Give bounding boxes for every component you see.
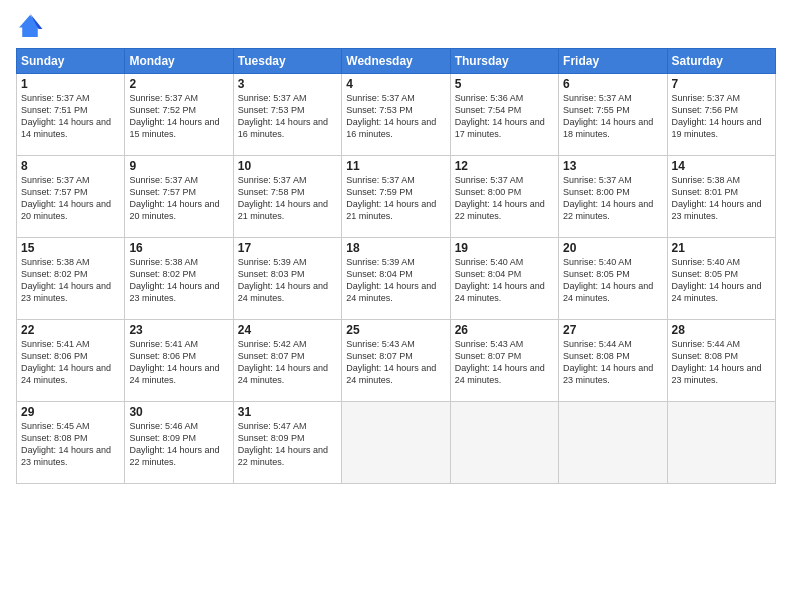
day-cell: 22 Sunrise: 5:41 AM Sunset: 8:06 PM Dayl… <box>17 320 125 402</box>
day-cell: 26 Sunrise: 5:43 AM Sunset: 8:07 PM Dayl… <box>450 320 558 402</box>
day-info: Sunrise: 5:37 AM Sunset: 8:00 PM Dayligh… <box>563 174 662 223</box>
day-number: 21 <box>672 241 771 255</box>
day-cell: 7 Sunrise: 5:37 AM Sunset: 7:56 PM Dayli… <box>667 74 775 156</box>
day-info: Sunrise: 5:41 AM Sunset: 8:06 PM Dayligh… <box>129 338 228 387</box>
day-info: Sunrise: 5:37 AM Sunset: 7:53 PM Dayligh… <box>346 92 445 141</box>
day-cell: 19 Sunrise: 5:40 AM Sunset: 8:04 PM Dayl… <box>450 238 558 320</box>
day-number: 13 <box>563 159 662 173</box>
day-info: Sunrise: 5:43 AM Sunset: 8:07 PM Dayligh… <box>455 338 554 387</box>
day-cell: 29 Sunrise: 5:45 AM Sunset: 8:08 PM Dayl… <box>17 402 125 484</box>
day-cell: 15 Sunrise: 5:38 AM Sunset: 8:02 PM Dayl… <box>17 238 125 320</box>
day-info: Sunrise: 5:45 AM Sunset: 8:08 PM Dayligh… <box>21 420 120 469</box>
day-number: 22 <box>21 323 120 337</box>
day-info: Sunrise: 5:40 AM Sunset: 8:05 PM Dayligh… <box>672 256 771 305</box>
day-cell: 30 Sunrise: 5:46 AM Sunset: 8:09 PM Dayl… <box>125 402 233 484</box>
header-cell-friday: Friday <box>559 49 667 74</box>
day-cell: 14 Sunrise: 5:38 AM Sunset: 8:01 PM Dayl… <box>667 156 775 238</box>
day-cell: 1 Sunrise: 5:37 AM Sunset: 7:51 PM Dayli… <box>17 74 125 156</box>
day-cell: 24 Sunrise: 5:42 AM Sunset: 8:07 PM Dayl… <box>233 320 341 402</box>
page: SundayMondayTuesdayWednesdayThursdayFrid… <box>0 0 792 612</box>
day-cell: 8 Sunrise: 5:37 AM Sunset: 7:57 PM Dayli… <box>17 156 125 238</box>
day-number: 10 <box>238 159 337 173</box>
header-cell-monday: Monday <box>125 49 233 74</box>
day-cell: 6 Sunrise: 5:37 AM Sunset: 7:55 PM Dayli… <box>559 74 667 156</box>
day-number: 27 <box>563 323 662 337</box>
day-info: Sunrise: 5:37 AM Sunset: 7:55 PM Dayligh… <box>563 92 662 141</box>
day-info: Sunrise: 5:39 AM Sunset: 8:04 PM Dayligh… <box>346 256 445 305</box>
day-number: 14 <box>672 159 771 173</box>
day-cell: 10 Sunrise: 5:37 AM Sunset: 7:58 PM Dayl… <box>233 156 341 238</box>
day-info: Sunrise: 5:37 AM Sunset: 7:58 PM Dayligh… <box>238 174 337 223</box>
day-number: 3 <box>238 77 337 91</box>
day-info: Sunrise: 5:38 AM Sunset: 8:01 PM Dayligh… <box>672 174 771 223</box>
calendar: SundayMondayTuesdayWednesdayThursdayFrid… <box>16 48 776 484</box>
day-info: Sunrise: 5:37 AM Sunset: 7:57 PM Dayligh… <box>129 174 228 223</box>
day-number: 17 <box>238 241 337 255</box>
week-row-4: 22 Sunrise: 5:41 AM Sunset: 8:06 PM Dayl… <box>17 320 776 402</box>
day-number: 30 <box>129 405 228 419</box>
day-number: 26 <box>455 323 554 337</box>
day-cell: 21 Sunrise: 5:40 AM Sunset: 8:05 PM Dayl… <box>667 238 775 320</box>
day-cell: 31 Sunrise: 5:47 AM Sunset: 8:09 PM Dayl… <box>233 402 341 484</box>
day-number: 2 <box>129 77 228 91</box>
calendar-header: SundayMondayTuesdayWednesdayThursdayFrid… <box>17 49 776 74</box>
day-info: Sunrise: 5:37 AM Sunset: 7:52 PM Dayligh… <box>129 92 228 141</box>
week-row-3: 15 Sunrise: 5:38 AM Sunset: 8:02 PM Dayl… <box>17 238 776 320</box>
day-cell <box>342 402 450 484</box>
day-cell <box>450 402 558 484</box>
day-info: Sunrise: 5:37 AM Sunset: 7:57 PM Dayligh… <box>21 174 120 223</box>
calendar-body: 1 Sunrise: 5:37 AM Sunset: 7:51 PM Dayli… <box>17 74 776 484</box>
day-cell: 5 Sunrise: 5:36 AM Sunset: 7:54 PM Dayli… <box>450 74 558 156</box>
day-number: 19 <box>455 241 554 255</box>
day-cell: 17 Sunrise: 5:39 AM Sunset: 8:03 PM Dayl… <box>233 238 341 320</box>
day-cell: 9 Sunrise: 5:37 AM Sunset: 7:57 PM Dayli… <box>125 156 233 238</box>
day-cell: 3 Sunrise: 5:37 AM Sunset: 7:53 PM Dayli… <box>233 74 341 156</box>
day-number: 11 <box>346 159 445 173</box>
day-cell <box>667 402 775 484</box>
week-row-2: 8 Sunrise: 5:37 AM Sunset: 7:57 PM Dayli… <box>17 156 776 238</box>
header-cell-wednesday: Wednesday <box>342 49 450 74</box>
logo-icon <box>16 12 44 40</box>
day-cell: 2 Sunrise: 5:37 AM Sunset: 7:52 PM Dayli… <box>125 74 233 156</box>
day-number: 15 <box>21 241 120 255</box>
day-number: 25 <box>346 323 445 337</box>
day-cell: 23 Sunrise: 5:41 AM Sunset: 8:06 PM Dayl… <box>125 320 233 402</box>
day-info: Sunrise: 5:37 AM Sunset: 7:56 PM Dayligh… <box>672 92 771 141</box>
day-info: Sunrise: 5:36 AM Sunset: 7:54 PM Dayligh… <box>455 92 554 141</box>
day-info: Sunrise: 5:37 AM Sunset: 8:00 PM Dayligh… <box>455 174 554 223</box>
day-info: Sunrise: 5:37 AM Sunset: 7:59 PM Dayligh… <box>346 174 445 223</box>
day-info: Sunrise: 5:38 AM Sunset: 8:02 PM Dayligh… <box>21 256 120 305</box>
week-row-5: 29 Sunrise: 5:45 AM Sunset: 8:08 PM Dayl… <box>17 402 776 484</box>
header-cell-sunday: Sunday <box>17 49 125 74</box>
header-cell-tuesday: Tuesday <box>233 49 341 74</box>
day-cell: 16 Sunrise: 5:38 AM Sunset: 8:02 PM Dayl… <box>125 238 233 320</box>
day-cell: 18 Sunrise: 5:39 AM Sunset: 8:04 PM Dayl… <box>342 238 450 320</box>
header <box>16 12 776 40</box>
day-number: 6 <box>563 77 662 91</box>
day-number: 18 <box>346 241 445 255</box>
day-info: Sunrise: 5:43 AM Sunset: 8:07 PM Dayligh… <box>346 338 445 387</box>
day-info: Sunrise: 5:40 AM Sunset: 8:04 PM Dayligh… <box>455 256 554 305</box>
day-info: Sunrise: 5:38 AM Sunset: 8:02 PM Dayligh… <box>129 256 228 305</box>
day-number: 8 <box>21 159 120 173</box>
day-number: 20 <box>563 241 662 255</box>
day-info: Sunrise: 5:39 AM Sunset: 8:03 PM Dayligh… <box>238 256 337 305</box>
day-number: 12 <box>455 159 554 173</box>
day-cell: 25 Sunrise: 5:43 AM Sunset: 8:07 PM Dayl… <box>342 320 450 402</box>
day-info: Sunrise: 5:44 AM Sunset: 8:08 PM Dayligh… <box>563 338 662 387</box>
header-row: SundayMondayTuesdayWednesdayThursdayFrid… <box>17 49 776 74</box>
day-number: 9 <box>129 159 228 173</box>
day-number: 24 <box>238 323 337 337</box>
day-cell: 28 Sunrise: 5:44 AM Sunset: 8:08 PM Dayl… <box>667 320 775 402</box>
logo <box>16 12 48 40</box>
day-number: 23 <box>129 323 228 337</box>
day-number: 16 <box>129 241 228 255</box>
day-number: 31 <box>238 405 337 419</box>
week-row-1: 1 Sunrise: 5:37 AM Sunset: 7:51 PM Dayli… <box>17 74 776 156</box>
day-info: Sunrise: 5:46 AM Sunset: 8:09 PM Dayligh… <box>129 420 228 469</box>
day-info: Sunrise: 5:42 AM Sunset: 8:07 PM Dayligh… <box>238 338 337 387</box>
day-cell: 27 Sunrise: 5:44 AM Sunset: 8:08 PM Dayl… <box>559 320 667 402</box>
day-info: Sunrise: 5:47 AM Sunset: 8:09 PM Dayligh… <box>238 420 337 469</box>
day-number: 28 <box>672 323 771 337</box>
day-number: 5 <box>455 77 554 91</box>
